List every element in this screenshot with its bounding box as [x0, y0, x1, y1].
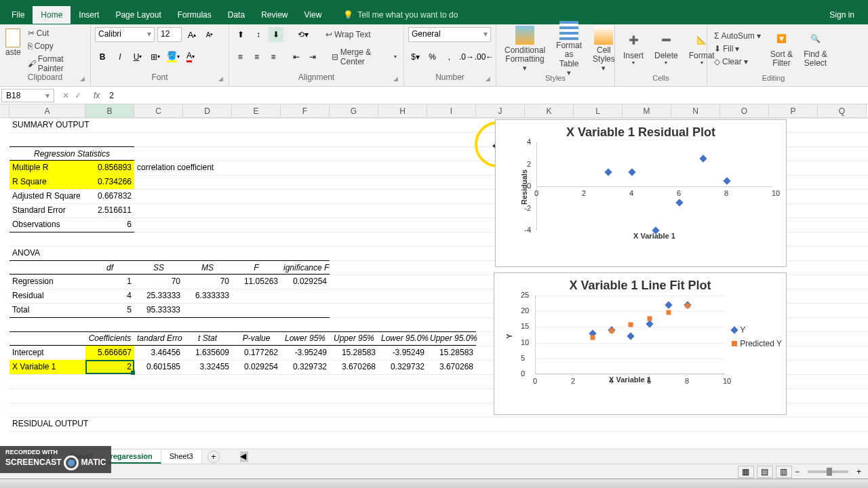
sheet-tab[interactable]: Sheet3 [161, 450, 202, 464]
cell[interactable]: 0.601585 [134, 360, 183, 374]
delete-cells-button[interactable]: ➖Delete▾ [650, 30, 682, 68]
cell[interactable]: X Variable 1 [9, 360, 85, 374]
sign-in-link[interactable]: Sign in [829, 10, 868, 20]
cell[interactable]: SS [134, 260, 183, 274]
align-center-button[interactable]: ≡ [250, 49, 263, 64]
cell[interactable]: tandard Erro [134, 331, 183, 346]
cell[interactable]: 0.329732 [378, 360, 427, 374]
cell[interactable]: -3.95249 [281, 346, 330, 360]
tell-me-search[interactable]: 💡 Tell me what you want to do [343, 10, 458, 20]
fill-color-button[interactable]: 🪣▾ [165, 49, 180, 64]
column-header[interactable]: C [134, 104, 183, 117]
column-header[interactable]: J [476, 104, 525, 117]
copy-button[interactable]: ⎘Copy [25, 40, 86, 52]
view-tab[interactable]: View [296, 6, 330, 24]
cell[interactable]: ignificance F [281, 260, 330, 274]
cell[interactable]: 2.516611 [85, 203, 134, 218]
dialog-launcher-icon[interactable]: ◢ [218, 75, 223, 82]
underline-button[interactable]: U▾ [130, 49, 145, 64]
cell[interactable]: 3.670268 [427, 360, 476, 374]
cell[interactable]: 95.33333 [134, 303, 183, 317]
cell[interactable]: 3.32455 [183, 360, 232, 374]
find-select-button[interactable]: 🔍Find & Select [800, 28, 831, 69]
cell[interactable]: 5.666667 [85, 346, 134, 360]
bold-button[interactable]: B [95, 49, 110, 64]
cell[interactable]: 1 [85, 274, 134, 289]
cell[interactable]: Multiple R [9, 161, 85, 175]
accounting-format-button[interactable]: $▾ [408, 49, 422, 64]
cell[interactable]: Standard Error [9, 203, 85, 218]
cell[interactable]: 0.856893 [85, 161, 134, 175]
format-as-table-button[interactable]: Format as Table▾ [552, 20, 586, 78]
zoom-slider[interactable] [808, 470, 848, 473]
cell[interactable]: Lower 95.0% [378, 331, 427, 346]
decrease-font-button[interactable]: A▾ [202, 27, 217, 42]
cell[interactable]: 4 [85, 289, 134, 303]
name-box[interactable]: B18▾ [1, 89, 54, 102]
cell[interactable]: 25.33333 [134, 289, 183, 303]
insert-cells-button[interactable]: ➕Insert▾ [619, 30, 648, 68]
cell[interactable]: 5 [85, 303, 134, 317]
cancel-formula-icon[interactable]: ✕ [62, 91, 69, 100]
column-header[interactable]: B [85, 104, 134, 117]
file-tab[interactable]: File [3, 6, 33, 24]
normal-view-button[interactable]: ▦ [738, 466, 754, 478]
percent-format-button[interactable]: % [425, 49, 439, 64]
cell[interactable]: 0.667832 [85, 189, 134, 203]
cell[interactable]: 0.029254 [232, 360, 281, 374]
cell[interactable]: Observations [9, 218, 85, 232]
font-name-select[interactable]: Calibri ▾ [95, 27, 155, 42]
align-left-button[interactable]: ≡ [233, 49, 247, 64]
formulas-tab[interactable]: Formulas [170, 6, 220, 24]
cell[interactable]: 70 [183, 274, 232, 289]
fx-icon[interactable]: fx [88, 91, 105, 100]
cell[interactable]: correlation coefficient [134, 161, 270, 175]
cell[interactable]: 15.28583 [330, 346, 378, 360]
home-tab[interactable]: Home [33, 6, 71, 24]
increase-decimal-button[interactable]: .0→ [459, 49, 474, 64]
cell[interactable]: Coefficients [85, 331, 134, 346]
dialog-launcher-icon[interactable]: ◢ [393, 75, 398, 82]
column-header[interactable]: H [378, 104, 427, 117]
dialog-launcher-icon[interactable]: ◢ [486, 75, 490, 82]
cell[interactable]: t Stat [183, 331, 232, 346]
cell[interactable]: 0.329732 [281, 360, 330, 374]
align-middle-button[interactable]: ↕ [251, 27, 266, 42]
font-color-button[interactable]: A▾ [183, 49, 198, 64]
italic-button[interactable]: I [113, 49, 127, 64]
cell[interactable]: 15.28583 [427, 346, 476, 360]
cell[interactable]: Regression Statistics [9, 146, 134, 161]
column-header[interactable]: O [720, 104, 769, 117]
clear-button[interactable]: ◇Clear ▾ [711, 56, 764, 68]
cell[interactable]: Intercept [9, 346, 85, 360]
cell[interactable]: MS [183, 260, 232, 274]
font-size-select[interactable]: 12 [157, 27, 182, 42]
cell[interactable]: Residual [9, 289, 85, 303]
orientation-button[interactable]: ⟲▾ [296, 27, 311, 42]
conditional-formatting-button[interactable]: Conditional Formatting▾ [500, 24, 549, 73]
cell[interactable]: RESIDUAL OUTPUT [9, 417, 145, 431]
column-header[interactable]: M [623, 104, 671, 117]
column-header[interactable]: L [574, 104, 623, 117]
column-header[interactable]: P [769, 104, 818, 117]
column-header[interactable]: N [671, 104, 720, 117]
decrease-indent-button[interactable]: ⇤ [290, 49, 303, 64]
sort-filter-button[interactable]: 🔽Sort & Filter [766, 28, 797, 69]
align-top-button[interactable]: ⬆ [233, 27, 248, 42]
cell[interactable]: 11.05263 [232, 274, 281, 289]
column-header[interactable]: D [183, 104, 232, 117]
autosum-button[interactable]: ΣAutoSum ▾ [711, 30, 764, 42]
cell[interactable]: Regression [9, 274, 85, 289]
cell[interactable]: 6 [85, 218, 134, 232]
cell[interactable]: 1.635609 [183, 346, 232, 360]
dialog-launcher-icon[interactable]: ◢ [80, 75, 85, 82]
align-right-button[interactable]: ≡ [267, 49, 280, 64]
cell[interactable]: 0.734266 [85, 175, 134, 189]
enter-formula-icon[interactable]: ✓ [75, 91, 81, 100]
cell[interactable]: SUMMARY OUTPUT [9, 118, 145, 132]
fill-button[interactable]: ⬇Fill ▾ [711, 43, 764, 55]
cell[interactable]: 3.46456 [134, 346, 183, 360]
line-fit-plot-chart[interactable]: X Variable 1 Line Fit Plot Y 05101520250… [494, 272, 787, 415]
paste-button[interactable]: aste [4, 27, 22, 58]
cell[interactable]: Upper 95.0% [427, 331, 476, 346]
